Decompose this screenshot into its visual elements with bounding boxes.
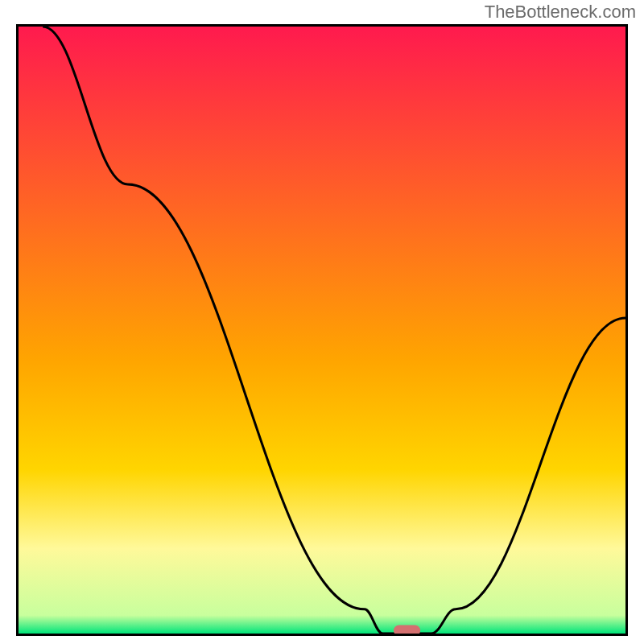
plot-svg xyxy=(19,27,625,634)
watermark-text: TheBottleneck.com xyxy=(485,2,636,23)
chart-frame: TheBottleneck.com xyxy=(0,0,644,644)
optimal-marker xyxy=(394,625,420,634)
gradient-background xyxy=(19,27,625,634)
plot-area xyxy=(16,24,628,636)
